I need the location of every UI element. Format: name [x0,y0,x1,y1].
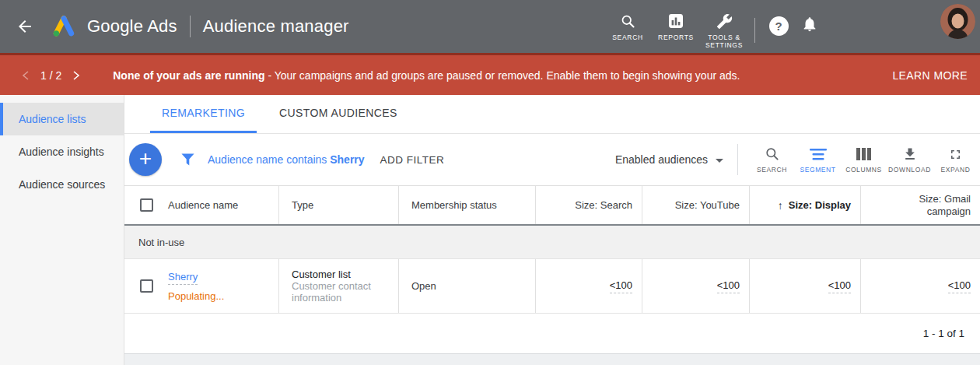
bell-icon [801,16,818,36]
tools-settings-label: TOOLS &SETTINGS [705,33,743,49]
table-actions: SEARCH SEGMENT COLUMNS [749,146,980,174]
product-name: Google Ads [87,16,177,37]
active-filter-chip[interactable]: Audience name contains Sherry [208,153,365,166]
expand-icon [948,146,963,163]
filter-funnel-icon[interactable] [180,153,195,167]
back-arrow-icon[interactable] [16,17,34,36]
topbar-divider [190,16,191,37]
header-cell-type[interactable]: Type [278,186,398,224]
header-cell-size-gmail[interactable]: Size: Gmail campaign [860,186,980,224]
table-header-row: Audience name Type Membership status Siz… [124,185,980,226]
tab-bar: REMARKETING CUSTOM AUDIENCES [124,95,980,134]
table-row: Sherry Populating... Customer list Custo… [124,259,980,313]
sidebar-item-audience-sources[interactable]: Audience sources [0,168,124,201]
row-cell-size-youtube: <100 [642,259,749,313]
topbar-divider [754,18,755,43]
search-icon [765,146,780,163]
tools-settings-nav-button[interactable]: TOOLS &SETTINGS [700,12,748,49]
alert-banner: 1 / 2 None of your ads are running - You… [0,53,980,95]
header-cell-size-search[interactable]: Size: Search [535,186,642,224]
notifications-button[interactable] [794,10,825,41]
banner-pager: 1 / 2 [17,67,85,84]
top-app-bar: Google Ads Audience manager SEARCH REPOR… [0,0,980,53]
tab-custom-audiences[interactable]: CUSTOM AUDIENCES [268,95,409,133]
page-title: Audience manager [203,16,349,37]
topbar-actions: SEARCH REPORTS TOOLS &SETTINGS ? [604,4,980,49]
row-cell-size-gmail: <100 [860,259,980,313]
table-footer: 1 - 1 of 1 [124,313,980,353]
tab-remarketing[interactable]: REMARKETING [150,95,257,133]
header-cell-membership-status[interactable]: Membership status [398,186,535,224]
search-nav-button[interactable]: SEARCH [604,12,652,41]
segment-button[interactable]: SEGMENT [795,146,841,174]
learn-more-link[interactable]: LEARN MORE [892,69,968,82]
expand-button[interactable]: EXPAND [933,146,978,174]
pagination-label: 1 - 1 of 1 [923,328,964,339]
sidebar-item-audience-lists[interactable]: Audience lists [0,103,124,135]
row-cell-audience-name: Sherry Populating... [124,259,278,313]
add-audience-button[interactable]: + [129,143,162,176]
group-row-not-in-use: Not in-use [124,226,980,259]
user-avatar[interactable] [940,4,975,39]
download-button[interactable]: DOWNLOAD [887,146,933,174]
search-nav-label: SEARCH [612,33,643,41]
select-all-checkbox[interactable] [140,198,153,212]
toolbar: + Audience name contains Sherry ADD FILT… [124,134,980,185]
populating-status: Populating... [168,290,224,302]
page-background [124,353,980,365]
row-checkbox[interactable] [140,279,153,293]
reports-icon [668,12,684,30]
chevron-down-icon [716,159,723,163]
audience-view-dropdown[interactable]: Enabled audiences [615,153,723,166]
banner-message: None of your ads are running - Your camp… [113,69,740,82]
wrench-icon [716,12,733,30]
columns-icon [856,146,871,163]
row-cell-membership-status: Open [398,259,535,313]
sidebar-item-audience-insights[interactable]: Audience insights [0,135,124,168]
sidebar: Audience lists Audience insights Audienc… [0,95,124,365]
header-cell-audience-name: Audience name [124,186,278,224]
search-icon [620,12,636,30]
row-cell-size-search: <100 [535,259,642,313]
sort-ascending-icon: ↑ [778,199,783,212]
row-cell-type: Customer list Customer contact informati… [278,259,398,313]
help-button[interactable]: ? [763,10,794,41]
header-cell-size-display[interactable]: ↑ Size: Display [749,186,860,224]
download-icon [902,146,918,163]
reports-nav-label: REPORTS [658,33,694,41]
toolbar-divider [737,144,738,175]
columns-button[interactable]: COLUMNS [841,146,887,174]
help-icon: ? [769,16,789,36]
main-panel: REMARKETING CUSTOM AUDIENCES + Audience … [124,95,980,365]
segment-icon [810,146,827,163]
add-filter-button[interactable]: ADD FILTER [380,154,445,166]
reports-nav-button[interactable]: REPORTS [652,12,700,41]
google-ads-logo-icon[interactable] [48,13,79,40]
chevron-left-icon[interactable] [17,67,34,84]
banner-pager-count: 1 / 2 [40,69,61,82]
table-search-button[interactable]: SEARCH [749,146,795,174]
chevron-right-icon[interactable] [68,67,85,84]
row-cell-size-display: <100 [749,259,860,313]
header-cell-size-youtube[interactable]: Size: YouTube [642,186,749,224]
content-area: Audience lists Audience insights Audienc… [0,95,980,365]
audience-name-link[interactable]: Sherry [168,271,198,285]
